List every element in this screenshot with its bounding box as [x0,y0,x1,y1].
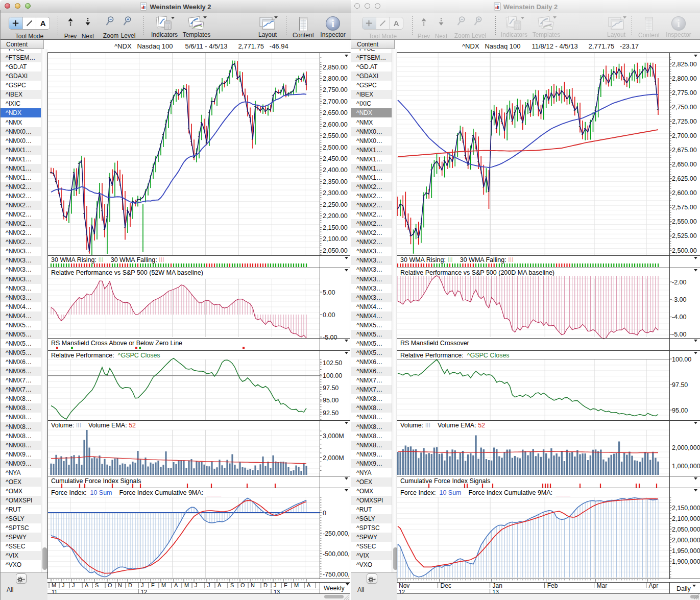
svg-text:2,550.00: 2,550.00 [672,218,697,225]
svg-text:30 WMA Rising: III 30 WMA F: 30 WMA Rising: III 30 WMA Falling: III [51,256,164,263]
svg-text:2,600.00: 2,600.00 [672,189,697,197]
svg-text:J: J [141,582,144,588]
svg-text:J: J [274,582,277,588]
svg-text:2,100.00: 2,100.00 [323,235,348,243]
svg-text:Relative Performance: ^GSPC C: Relative Performance: ^GSPC Closes [400,352,510,359]
svg-text:3,000M: 3,000M [323,433,344,440]
svg-text:2,350.00: 2,350.00 [323,178,348,185]
svg-text:Jan: Jan [493,582,502,589]
svg-text:97.50: 97.50 [672,381,688,389]
svg-text:2,725.00: 2,725.00 [672,118,697,125]
svg-text:Volume: III Volume EMA: 52: Volume: III Volume EMA: 52 [400,422,485,429]
svg-text:2,300.00: 2,300.00 [323,189,348,197]
svg-text:Cumulative Force Index Signals: Cumulative Force Index Signals [400,477,490,485]
svg-text:2,450.00: 2,450.00 [323,155,348,162]
svg-text:100.00: 100.00 [323,372,342,379]
svg-text:Force Index: 10 Sum Force: Force Index: 10 Sum Force Index Cumulati… [51,489,222,496]
svg-text:2,550.00: 2,550.00 [323,132,348,139]
svg-text:S: S [230,582,234,588]
svg-text:Weekly: Weekly [324,585,345,592]
svg-text:2,500.00: 2,500.00 [323,144,348,151]
svg-text:Apr: Apr [649,582,659,589]
svg-text:Volume: III Volume EMA: 52: Volume: III Volume EMA: 52 [51,422,136,429]
svg-text:Cumulative Force Index Signals: Cumulative Force Index Signals [51,477,141,485]
svg-text:A: A [174,582,178,588]
svg-text:M: M [294,582,299,588]
svg-text:1,000,000K: 1,000,000K [672,463,700,470]
svg-text:M: M [184,582,189,588]
svg-text:-4.00: -4.00 [672,314,687,321]
svg-text:2,675.00: 2,675.00 [672,147,697,154]
svg-text:1,950,000,0: 1,950,000,0 [672,547,700,555]
svg-text:0: 0 [323,510,326,517]
svg-text:2,700.00: 2,700.00 [323,98,348,105]
svg-text:2,775.00: 2,775.00 [672,89,697,97]
svg-text:97.50: 97.50 [323,385,339,392]
svg-text:5.00: 5.00 [323,289,335,296]
svg-text:2,575.00: 2,575.00 [672,204,697,211]
svg-text:2,600.00: 2,600.00 [323,121,348,128]
svg-text:1,900,000,0: 1,900,000,0 [672,558,700,565]
svg-text:N: N [251,582,255,588]
svg-text:2,150.00: 2,150.00 [323,224,348,231]
svg-text:Feb: Feb [547,582,558,589]
svg-text:Dec: Dec [441,582,451,589]
svg-text:A: A [307,582,311,588]
svg-text:Force Index: 10 Sum Force: Force Index: 10 Sum Force Index Cumulati… [400,489,571,496]
svg-text:2,750.00: 2,750.00 [672,104,697,111]
svg-text:F: F [151,582,155,588]
svg-text:D: D [263,582,268,588]
svg-text:J: J [62,582,65,588]
svg-text:2,000M: 2,000M [323,454,344,462]
svg-text:i: i [331,18,334,29]
svg-text:RS Mansfield Crossover: RS Mansfield Crossover [400,340,469,347]
svg-text:2,500.00: 2,500.00 [672,247,697,254]
svg-text:2,400.00: 2,400.00 [323,166,348,174]
svg-text:2,150,000,0: 2,150,000,0 [672,505,700,512]
svg-text:-5.00: -5.00 [672,331,687,338]
svg-text:Daily: Daily [677,585,691,592]
svg-text:100.00: 100.00 [672,356,691,363]
svg-text:2,000,000K: 2,000,000K [672,444,700,451]
svg-text:J: J [195,582,198,588]
svg-text:-750,000,00: -750,000,00 [323,571,350,578]
svg-text:2,650.00: 2,650.00 [323,109,348,116]
svg-text:0.00: 0.00 [323,311,335,319]
svg-text:92.50: 92.50 [323,410,339,417]
svg-text:Relative Performance vs S&P 50: Relative Performance vs S&P 500 (52W MA … [51,269,203,276]
svg-text:Nov: Nov [399,582,409,589]
svg-text:-3.00: -3.00 [672,296,687,303]
svg-text:2,625.00: 2,625.00 [672,175,697,182]
svg-text:M: M [161,582,166,588]
svg-text:2,650.00: 2,650.00 [672,161,697,168]
svg-text:S: S [95,582,99,588]
svg-text:-250,000,00: -250,000,00 [323,530,350,537]
svg-text:J: J [207,582,210,588]
svg-text:2,825.00: 2,825.00 [672,61,697,68]
svg-text:-500,000,00: -500,000,00 [323,550,350,558]
svg-text:Relative Performance vs S&P 50: Relative Performance vs S&P 500 (200D MA… [400,269,554,276]
svg-text:A: A [218,582,222,588]
svg-text:A: A [85,582,89,588]
svg-text:2,525.00: 2,525.00 [672,232,697,239]
svg-text:2,700.00: 2,700.00 [672,132,697,139]
svg-text:N: N [118,582,122,588]
svg-text:-2.00: -2.00 [672,279,687,286]
svg-text:O: O [240,582,245,588]
svg-text:F: F [284,582,287,588]
svg-text:95.00: 95.00 [672,407,688,414]
svg-text:Mar: Mar [597,582,608,589]
svg-text:102.50: 102.50 [323,359,342,367]
svg-text:i: i [677,18,680,29]
svg-text:2,050.00: 2,050.00 [323,247,348,254]
svg-text:Relative Performance: ^GSPC C: Relative Performance: ^GSPC Closes [51,352,160,359]
svg-text:2,000,000,0: 2,000,000,0 [672,537,700,544]
svg-text:2,800.00: 2,800.00 [672,75,697,82]
svg-text:-5.00: -5.00 [323,334,337,341]
svg-text:2,200.00: 2,200.00 [323,212,348,220]
svg-text:2,250.00: 2,250.00 [323,201,348,208]
svg-text:2,750.00: 2,750.00 [323,86,348,93]
svg-text:M: M [52,582,56,588]
svg-text:D: D [128,582,132,588]
svg-text:95.00: 95.00 [323,397,339,404]
